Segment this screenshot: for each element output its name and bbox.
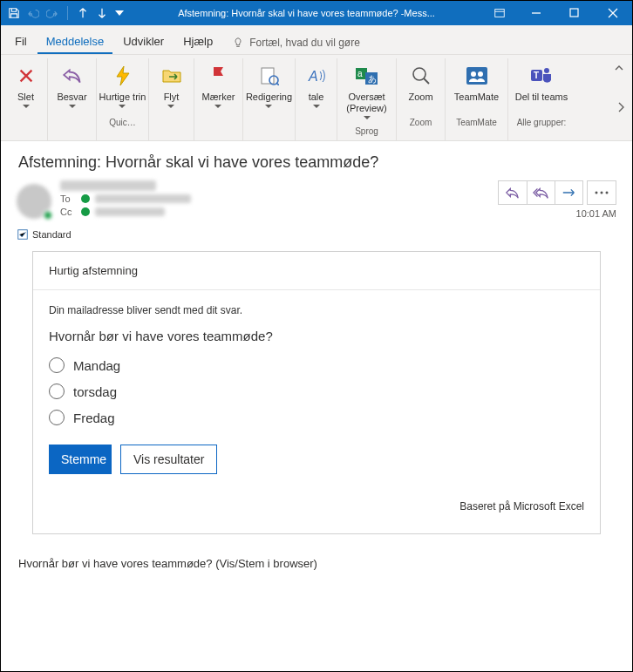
- more-actions-button[interactable]: [588, 180, 616, 205]
- speech-button[interactable]: A tale: [296, 60, 337, 116]
- minimize-button[interactable]: [517, 1, 555, 25]
- poll-card-header: Hurtig afstemning: [33, 252, 600, 290]
- tab-developer[interactable]: Udvikler: [114, 30, 173, 54]
- poll-card: Hurtig afstemning Din mailadresse bliver…: [32, 251, 601, 534]
- prev-item-icon[interactable]: [77, 7, 89, 19]
- tell-me-label: Fortæl, hvad du vil gøre: [249, 37, 360, 49]
- window-title: Afstemning: Hvornår skal vi have vores t…: [131, 8, 482, 18]
- translate-icon: aあ: [355, 65, 379, 86]
- svg-point-17: [601, 192, 603, 194]
- tab-message[interactable]: Meddelelse: [37, 30, 113, 54]
- forward-action[interactable]: [555, 180, 582, 205]
- poll-option[interactable]: Fredag: [49, 404, 584, 431]
- group-quick-steps-label: Quic…: [99, 116, 146, 130]
- tags-button[interactable]: Mærker: [198, 60, 240, 116]
- svg-text:A: A: [308, 69, 318, 84]
- zoom-icon: [411, 65, 432, 86]
- to-recipient-redacted: [95, 194, 191, 203]
- collapse-ribbon-button[interactable]: [611, 60, 627, 76]
- vote-button[interactable]: Stemme: [49, 445, 112, 474]
- svg-text:a: a: [357, 69, 363, 78]
- tab-file[interactable]: Fil: [6, 30, 36, 54]
- sensitivity-icon: [17, 228, 29, 241]
- move-button[interactable]: Flyt: [151, 60, 193, 116]
- cc-recipient-redacted: [95, 207, 165, 216]
- presence-badge: [43, 210, 53, 221]
- reply-button[interactable]: Besvar: [51, 60, 93, 116]
- lightbulb-icon: [232, 37, 244, 49]
- close-button[interactable]: [594, 1, 632, 25]
- reply-action[interactable]: [499, 180, 527, 205]
- svg-text:T: T: [534, 71, 539, 80]
- delete-button[interactable]: Slet: [5, 60, 47, 116]
- svg-point-18: [606, 192, 609, 194]
- share-to-teams-button[interactable]: T Del til teams: [510, 60, 573, 116]
- view-in-browser-link[interactable]: Hvornår bør vi have vores teammøde? (Vis…: [18, 557, 616, 570]
- svg-point-9: [413, 68, 425, 80]
- show-results-button[interactable]: Vis resultater: [120, 445, 217, 474]
- svg-point-12: [478, 71, 483, 77]
- cc-label: Cc: [60, 207, 76, 217]
- message-time: 10:01 AM: [498, 208, 616, 219]
- group-language-label: Sprog: [339, 125, 394, 139]
- tab-help[interactable]: Hjælp: [174, 30, 221, 54]
- reply-all-action[interactable]: [527, 180, 555, 205]
- undo-icon: [27, 7, 39, 19]
- sender-name-redacted: [60, 180, 156, 191]
- x-icon: [17, 66, 36, 85]
- qat-dropdown-icon[interactable]: [115, 9, 124, 17]
- outlook-window: Afstemning: Hvornår skal vi have vores t…: [0, 0, 633, 672]
- title-bar: Afstemning: Hvornår skal vi have vores t…: [1, 1, 632, 25]
- svg-point-11: [471, 71, 476, 77]
- svg-rect-1: [570, 9, 578, 17]
- tell-me-search[interactable]: Fortæl, hvad du vil gøre: [232, 37, 627, 54]
- svg-text:あ: あ: [368, 74, 377, 84]
- presence-dot: [81, 207, 90, 216]
- ribbon: Slet Besvar Hurtige trin Quic…: [1, 55, 632, 141]
- editing-icon: [260, 66, 279, 85]
- group-allgroups-label: Alle grupper:: [510, 116, 573, 130]
- folder-move-icon: [161, 66, 182, 85]
- poll-question: Hvornår bør vi have vores teammøde?: [49, 329, 584, 343]
- svg-point-16: [596, 192, 598, 194]
- redo-icon: [46, 7, 58, 19]
- ribbon-options-icon[interactable]: [482, 7, 517, 19]
- flag-icon: [210, 65, 228, 86]
- teams-icon: T: [530, 65, 553, 86]
- read-aloud-icon: A: [307, 66, 326, 85]
- message-subject: Afstemning: Hvornår skal vi have vores t…: [18, 153, 615, 172]
- radio-icon: [49, 384, 65, 399]
- people-icon: [465, 65, 489, 86]
- radio-icon: [49, 357, 65, 373]
- group-zoom-label: Zoom: [398, 116, 443, 130]
- teammate-button[interactable]: TeamMate: [446, 60, 508, 116]
- group-teammate-label: TeamMate: [447, 116, 506, 130]
- zoom-button[interactable]: Zoom: [400, 60, 442, 116]
- ribbon-scroll-right[interactable]: [615, 90, 627, 125]
- reply-icon: [61, 66, 84, 85]
- presence-dot: [81, 194, 90, 203]
- lightning-icon: [113, 65, 133, 86]
- sensitivity-label: Standard: [32, 229, 71, 240]
- message-body: Afstemning: Hvornår skal vi have vores t…: [1, 141, 632, 671]
- next-item-icon[interactable]: [96, 7, 108, 19]
- save-icon[interactable]: [8, 7, 20, 19]
- maximize-button[interactable]: [555, 1, 594, 25]
- editing-button[interactable]: Redigering: [243, 60, 296, 116]
- poll-note: Din mailadresse bliver sendt med dit sva…: [49, 304, 584, 316]
- sender-avatar[interactable]: [17, 184, 51, 219]
- svg-rect-0: [495, 10, 505, 17]
- poll-option[interactable]: torsdag: [49, 378, 584, 404]
- quick-steps-button[interactable]: Hurtige trin: [97, 60, 149, 116]
- translate-button[interactable]: aあ Oversæt (Preview): [336, 60, 398, 125]
- poll-brand: Baseret på Microsoft Excel: [49, 500, 584, 512]
- radio-icon: [49, 410, 65, 425]
- ribbon-tabs: Fil Meddelelse Udvikler Hjælp Fortæl, hv…: [1, 25, 632, 55]
- svg-point-15: [544, 68, 549, 73]
- poll-option[interactable]: Mandag: [49, 352, 584, 378]
- to-label: To: [60, 193, 76, 204]
